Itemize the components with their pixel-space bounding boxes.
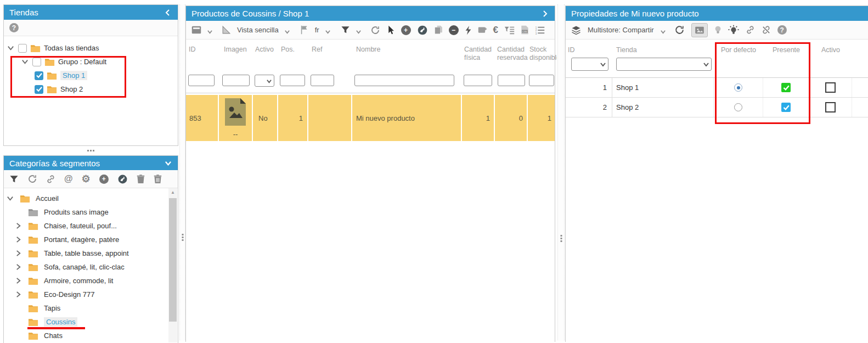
category-item-coussins[interactable]: Coussins [4, 315, 178, 329]
remove-icon[interactable]: − [449, 25, 459, 35]
col-header[interactable]: Pos. [278, 46, 308, 75]
add-icon[interactable]: + [401, 25, 411, 35]
vertical-splitter-right[interactable] [557, 4, 565, 340]
col-header[interactable]: Cantidad reservada [495, 46, 528, 75]
product-id[interactable]: 853 [186, 95, 219, 141]
link-icon[interactable] [46, 175, 55, 184]
multistore-mode-label[interactable]: Multistore: Compartir [588, 26, 654, 34]
col-header[interactable]: ID [566, 46, 612, 58]
euro-icon[interactable]: € [493, 25, 498, 35]
category-item[interactable]: Produits sans image [4, 205, 178, 219]
shop-row-2[interactable]: 2 Shop 2 [566, 98, 868, 117]
scrollbar-thumb[interactable] [169, 198, 177, 322]
chevron-down-icon[interactable] [6, 194, 14, 203]
checkbox-checked[interactable] [35, 71, 43, 80]
store-item-shop2[interactable]: Shop 2 [4, 82, 178, 96]
product-pos[interactable]: 1 [278, 95, 308, 141]
chevron-right-icon[interactable] [14, 222, 22, 230]
imagen-filter-input[interactable] [222, 75, 250, 86]
chevron-down-icon[interactable] [7, 44, 15, 52]
chevron-right-icon[interactable] [14, 263, 22, 271]
ref-filter-input[interactable] [311, 75, 334, 86]
chevron-down-icon[interactable] [325, 27, 330, 32]
category-item[interactable]: Sofa, canapé, lit, clic-clac [4, 260, 178, 274]
col-header[interactable]: ID [186, 46, 219, 75]
scrollbar[interactable]: ▲ [168, 188, 177, 342]
category-item[interactable]: Chats [4, 329, 178, 342]
pointer-icon[interactable] [386, 25, 395, 35]
language-label[interactable]: fr [315, 26, 319, 34]
por-defecto-radio-unchecked[interactable] [734, 103, 742, 111]
add-icon[interactable]: + [99, 175, 109, 184]
chevron-down-icon[interactable] [285, 27, 290, 32]
cantidad-reservada-filter-input[interactable] [498, 75, 525, 86]
col-header[interactable]: Activo [809, 46, 852, 58]
category-item[interactable]: Tapis [4, 301, 178, 315]
store-item-all[interactable]: Todas las tiendas [4, 41, 178, 55]
at-icon[interactable]: @ [64, 175, 73, 183]
col-header[interactable]: Por defecto [714, 46, 763, 58]
category-item[interactable]: Table, table basse, appoint [4, 246, 178, 260]
collapse-left-icon[interactable] [164, 8, 172, 17]
product-ref[interactable] [308, 95, 352, 141]
col-header[interactable]: Presente [763, 46, 809, 58]
col-header[interactable]: Activo [253, 46, 278, 75]
link-icon[interactable] [746, 25, 755, 35]
bulb-off-icon[interactable] [714, 25, 722, 35]
duplicate-icon[interactable] [434, 25, 443, 35]
bulb-on-icon[interactable] [728, 25, 739, 36]
chevron-right-icon[interactable] [14, 235, 22, 244]
col-header[interactable]: Tienda [612, 46, 714, 58]
shop-row-1[interactable]: 1 Shop 1 [566, 78, 868, 98]
id-filter-input[interactable] [188, 75, 215, 86]
activo-filter-select[interactable] [255, 75, 274, 87]
checkbox-unchecked[interactable] [32, 58, 41, 66]
presente-checkbox-cyan[interactable] [781, 103, 791, 112]
filter-list-icon[interactable] [504, 26, 515, 35]
scroll-up-icon[interactable]: ▲ [168, 188, 177, 196]
save-icon[interactable] [191, 26, 201, 34]
lightning-icon[interactable] [465, 25, 472, 35]
id-filter-select[interactable] [571, 58, 608, 71]
stock-filter-input[interactable] [529, 75, 554, 86]
refresh-icon[interactable] [370, 25, 380, 35]
col-header[interactable]: Imagen [219, 46, 253, 75]
chevron-down-icon[interactable] [207, 27, 212, 32]
col-header[interactable]: Cantidad física [462, 46, 495, 75]
trash-all-icon[interactable] [154, 175, 162, 184]
image-icon[interactable] [691, 23, 708, 37]
checkbox-checked[interactable] [35, 85, 43, 94]
layers-icon[interactable] [571, 25, 581, 35]
pos-filter-input[interactable] [280, 75, 305, 86]
nombre-filter-input[interactable] [354, 75, 454, 86]
por-defecto-radio-checked[interactable] [734, 83, 742, 92]
chevron-right-icon[interactable] [540, 9, 549, 18]
help-icon[interactable]: ? [9, 23, 19, 32]
product-image-cell[interactable]: -- [219, 95, 253, 141]
help-icon[interactable]: ? [777, 25, 787, 35]
activo-checkbox-unchecked[interactable] [825, 102, 836, 113]
gear-icon[interactable]: ⚙ [82, 174, 91, 184]
col-header[interactable]: Nombre [352, 46, 462, 75]
category-item[interactable]: Portant, étagère, patère [4, 233, 178, 246]
chevron-right-icon[interactable] [14, 249, 22, 257]
vertical-splitter-left[interactable] [179, 4, 185, 340]
refresh-icon[interactable] [27, 174, 37, 184]
col-header[interactable]: Stock disponible [528, 46, 557, 75]
presente-checkbox-green[interactable] [781, 83, 791, 92]
product-stock[interactable]: 1 [528, 95, 555, 141]
category-item[interactable]: Armoire, commode, lit [4, 274, 178, 288]
refresh-icon[interactable] [674, 25, 685, 35]
prestashop-icon[interactable] [417, 25, 428, 36]
product-cantidad-fisica[interactable]: 1 [462, 95, 495, 141]
trash-icon[interactable] [137, 175, 145, 184]
numbered-list-icon[interactable]: 123 [535, 26, 545, 35]
set-square-icon[interactable] [222, 25, 231, 35]
filter-icon[interactable] [9, 175, 19, 184]
tienda-filter-select[interactable] [616, 58, 712, 71]
unlink-icon[interactable] [762, 25, 771, 35]
product-row[interactable]: 853 -- No 1 Mi nuevo producto 1 0 1 [186, 95, 555, 141]
col-header[interactable]: Ref [308, 46, 352, 75]
category-item[interactable]: Accueil [4, 192, 178, 205]
chevron-down-icon[interactable] [356, 27, 361, 32]
